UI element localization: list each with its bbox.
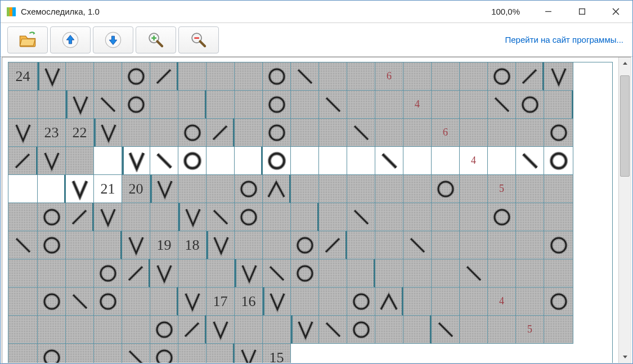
svg-point-33: [270, 97, 284, 112]
row-number: 20: [129, 181, 143, 197]
chart-cell: [291, 62, 319, 91]
scroll-track[interactable]: [619, 70, 631, 350]
chart-cell: [516, 259, 544, 287]
close-button[interactable]: [599, 1, 632, 23]
zoom-in-button[interactable]: [136, 26, 176, 53]
svg-point-85: [298, 238, 312, 253]
chart-cell: [206, 175, 235, 203]
chart-cell: [206, 91, 235, 119]
chart-cell: [150, 287, 178, 316]
open-button[interactable]: [7, 26, 48, 53]
row-number: 21: [101, 181, 115, 197]
chart-cell: [66, 91, 94, 119]
svg-line-77: [354, 210, 368, 224]
chart-cell: [66, 203, 94, 231]
site-link[interactable]: Перейти на сайт программы...: [505, 35, 623, 44]
chart-cell: [178, 344, 206, 363]
chart-cell: [206, 344, 235, 363]
row-label-right: [235, 316, 263, 344]
stitch-symbol-o-icon: [125, 93, 147, 116]
stitch-symbol-o-icon: [266, 93, 288, 116]
chart-grid: 246423226421205191817164515: [8, 62, 613, 363]
stitch-symbol-backslash-icon: [266, 262, 288, 285]
repeat-count: 5: [527, 323, 532, 335]
chart-cell: [8, 259, 38, 287]
scroll-thumb[interactable]: [620, 75, 630, 177]
chart-cell: [403, 119, 432, 147]
stitch-symbol-o-icon: [41, 290, 63, 313]
chart-cell: [235, 344, 263, 363]
stitch-symbol-v-icon: [547, 65, 570, 88]
chart-cell: [319, 62, 347, 91]
svg-line-35: [326, 98, 340, 111]
chart-cell: [488, 91, 516, 119]
stitch-symbol-backslash-icon: [209, 206, 232, 228]
svg-line-89: [411, 239, 424, 252]
chart-cell: [432, 62, 460, 91]
stitch-symbol-v-icon: [125, 234, 147, 257]
row-label-right: 23: [38, 119, 66, 147]
stitch-symbol-v-icon: [69, 178, 91, 200]
chart-cell: [488, 259, 516, 287]
row-label-left: 22: [66, 119, 94, 147]
chart-cell: [432, 91, 460, 119]
svg-line-87: [326, 239, 339, 252]
chart-cell: [66, 316, 94, 344]
stitch-symbol-slash-icon: [152, 65, 175, 88]
svg-point-67: [438, 182, 453, 196]
chart-cell: [460, 175, 488, 203]
chart-cell: [375, 287, 403, 316]
chart-cell: [375, 119, 403, 147]
stitch-symbol-slash-icon: [321, 234, 344, 257]
vertical-scrollbar[interactable]: [618, 57, 631, 363]
svg-point-111: [551, 294, 566, 309]
svg-point-55: [185, 154, 200, 168]
repeat-count: 6: [387, 70, 392, 82]
view-area: 246423226421205191817164515: [2, 57, 631, 363]
chart-cell: [235, 259, 263, 287]
scroll-up-button[interactable]: [619, 57, 631, 70]
stitch-symbol-v-icon: [97, 122, 120, 144]
chart-cell: [375, 259, 403, 287]
row-up-button[interactable]: [50, 26, 91, 53]
stitch-symbol-v-icon: [154, 178, 176, 200]
window-title: Схемоследилка, 1.0: [21, 7, 100, 16]
svg-point-69: [44, 210, 59, 224]
stitch-symbol-backslash-icon: [434, 318, 457, 341]
row-number: 19: [157, 237, 172, 254]
chart-cell: [432, 203, 460, 231]
chart-cell: [8, 119, 38, 147]
chart-scroll-area[interactable]: 246423226421205191817164515: [2, 57, 618, 363]
chart-cell: [347, 287, 375, 316]
chart-cell: 6: [432, 119, 460, 147]
chart-cell: [544, 231, 573, 259]
zoom-out-button[interactable]: [178, 26, 219, 53]
stitch-symbol-v-icon: [41, 65, 64, 88]
chart-cell: [291, 175, 319, 203]
chart-cell: [178, 62, 206, 91]
chart-cell: [460, 259, 488, 287]
stitch-symbol-o-icon: [294, 262, 316, 285]
svg-point-39: [523, 97, 537, 112]
stitch-symbol-o-icon: [266, 122, 288, 144]
chart-cell: [235, 203, 263, 231]
row-label-left: [150, 203, 178, 231]
chart-cell: [319, 231, 347, 259]
chart-cell: [122, 119, 150, 147]
row-number: 23: [44, 124, 59, 141]
chart-cell: [488, 231, 516, 259]
row-down-button[interactable]: [93, 26, 133, 53]
chart-cell: [319, 287, 347, 316]
chart-cell: [375, 231, 403, 259]
chart-cell: [94, 62, 122, 91]
svg-rect-0: [7, 7, 10, 16]
chart-cell: [263, 231, 291, 259]
maximize-button[interactable]: [565, 1, 599, 23]
svg-line-81: [16, 239, 30, 252]
minimize-button[interactable]: [531, 1, 565, 23]
stitch-symbol-o-icon: [547, 150, 570, 172]
chart-cell: [460, 203, 488, 231]
row-label-right: 21: [94, 175, 122, 203]
stitch-symbol-caret-icon: [265, 178, 288, 200]
scroll-down-button[interactable]: [619, 350, 631, 363]
